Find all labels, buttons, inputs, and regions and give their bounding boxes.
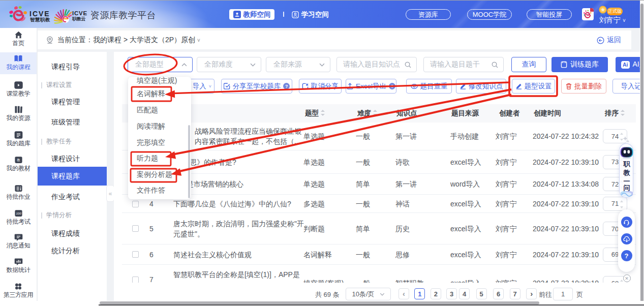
svg-text:教: 教	[17, 158, 20, 162]
svg-text:100: 100	[16, 211, 21, 215]
